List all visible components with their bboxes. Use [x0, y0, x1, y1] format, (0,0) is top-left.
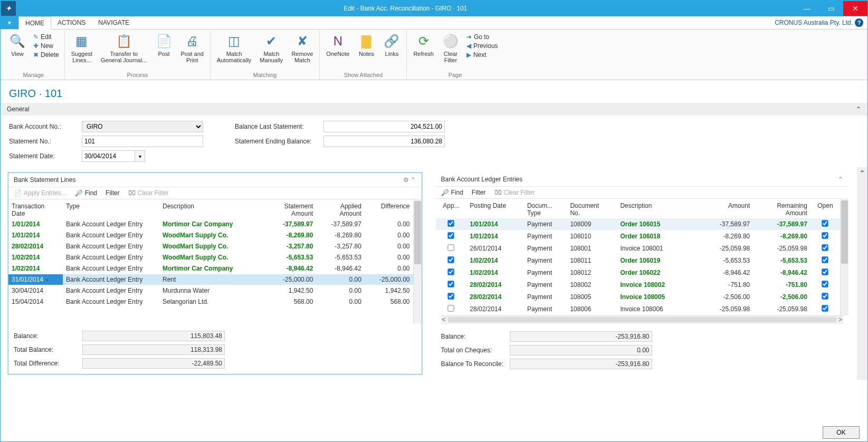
open-checkbox[interactable]: [822, 268, 828, 275]
applied-checkbox[interactable]: [448, 244, 454, 251]
table-row[interactable]: 28/02/2014Payment108006Invoice 108006 -2…: [436, 303, 841, 315]
table-row[interactable]: 1/01/2014 Bank Account Ledger EntryWoodM…: [8, 230, 413, 241]
table-row[interactable]: 31/01/2014 Bank Account Ledger EntryRent…: [8, 274, 413, 285]
table-row[interactable]: 15/04/2014 Bank Account Ledger EntrySela…: [8, 296, 413, 308]
ledger-entries-panel: Bank Account Ledger Entries ⌃ 🔎Find Filt…: [435, 172, 850, 374]
notes-button[interactable]: ▇Notes: [355, 32, 378, 58]
find-button[interactable]: 🔎Find: [75, 189, 97, 197]
remove-match-button[interactable]: ✘RemoveMatch: [288, 32, 316, 64]
previous-button[interactable]: ◀Previous: [464, 42, 500, 50]
table-row[interactable]: 1/01/2014Payment108009Order 106015 -37,5…: [436, 218, 841, 230]
table-row[interactable]: 1/02/2014Payment108012Order 106022 -8,94…: [436, 267, 841, 279]
find-button[interactable]: 🔎Find: [441, 189, 463, 196]
general-header[interactable]: General ⌃: [1, 103, 867, 116]
close-button[interactable]: ✕: [843, 1, 867, 16]
table-row[interactable]: 1/01/2014Payment108010Order 106018 -8,26…: [436, 230, 841, 243]
app-icon: ✦: [1, 1, 16, 16]
panel-title: Bank Account Ledger Entries: [441, 176, 523, 183]
applied-checkbox[interactable]: [448, 232, 454, 238]
applied-checkbox[interactable]: [448, 220, 454, 226]
statement-no-input[interactable]: [82, 136, 203, 147]
ok-button[interactable]: OK: [823, 426, 860, 439]
table-row[interactable]: 28/02/2014Payment108002Invoice 108002 -7…: [436, 279, 841, 291]
view-button[interactable]: 🔍View: [6, 32, 29, 58]
open-checkbox[interactable]: [822, 220, 828, 226]
company-label[interactable]: CRONUS Australia Pty. Ltd. ?: [770, 16, 867, 29]
post-print-button[interactable]: 🖨Post andPrint: [178, 32, 207, 64]
applied-checkbox[interactable]: [448, 281, 454, 287]
open-checkbox[interactable]: [822, 256, 828, 263]
open-checkbox[interactable]: [822, 293, 828, 299]
vertical-scrollbar[interactable]: [413, 199, 422, 323]
open-checkbox[interactable]: [822, 281, 828, 287]
minimize-button[interactable]: —: [795, 1, 819, 16]
suggest-lines-button[interactable]: ▦SuggestLines...: [68, 32, 96, 64]
applied-checkbox[interactable]: [448, 293, 454, 299]
statement-ending-balance-input[interactable]: [323, 136, 445, 147]
table-row[interactable]: 1/02/2014 Bank Account Ledger EntryWoodM…: [8, 252, 413, 263]
file-dropdown[interactable]: ▾: [1, 16, 18, 29]
tab-home[interactable]: HOME: [18, 16, 51, 30]
statement-lines-grid[interactable]: TransactionDate Type Description Stateme…: [8, 199, 413, 323]
edit-button[interactable]: ✎Edit: [31, 33, 61, 41]
clear-filter-button[interactable]: ⚪ClearFilter: [439, 32, 462, 64]
balance-reconcile-output: [510, 359, 652, 369]
maximize-button[interactable]: ▭: [819, 1, 843, 16]
collapse-icon[interactable]: ⌃: [856, 105, 861, 113]
table-row[interactable]: 28/02/2014 Bank Account Ledger EntryWood…: [8, 241, 413, 252]
panel-title: Bank Statement Lines: [14, 176, 75, 184]
table-row[interactable]: 1/02/2014 Bank Account Ledger EntryMorti…: [8, 263, 413, 274]
bank-account-no-select[interactable]: GIRO: [82, 121, 203, 132]
total-balance-output: [82, 344, 225, 355]
side-collapse[interactable]: ⌃: [857, 167, 867, 380]
delete-button[interactable]: ✖Delete: [31, 51, 61, 59]
tab-actions[interactable]: ACTIONS: [51, 16, 92, 29]
date-dropdown-icon[interactable]: ▾: [135, 150, 145, 162]
window-title: Edit - Bank Acc. Reconciliation - GIRO ·…: [16, 5, 795, 12]
table-row[interactable]: 26/01/2014Payment108001Invoice 108001 -2…: [436, 243, 841, 255]
vertical-scrollbar[interactable]: [840, 198, 848, 315]
bank-statement-lines-panel: Bank Statement Lines ⚙ ⌃ 📄Apply Entries.…: [8, 172, 422, 374]
general-body: Bank Account No.: GIRO Statement No.: St…: [1, 116, 867, 167]
new-button[interactable]: ✚New: [31, 42, 61, 50]
open-checkbox[interactable]: [822, 232, 828, 238]
table-row[interactable]: 28/02/2014Payment108005Invoice 108005 -2…: [436, 291, 841, 303]
applied-checkbox[interactable]: [448, 305, 454, 311]
ribbon-tabs: ▾ HOME ACTIONS NAVIGATE CRONUS Australia…: [1, 16, 867, 30]
ledger-balance-output: [510, 331, 652, 342]
applied-checkbox[interactable]: [448, 268, 454, 275]
open-checkbox[interactable]: [822, 244, 828, 251]
clear-filter-button-grid[interactable]: ⌧Clear Filter: [128, 189, 169, 197]
help-icon[interactable]: ?: [855, 18, 863, 27]
next-button[interactable]: ▶Next: [464, 51, 500, 59]
open-checkbox[interactable]: [822, 305, 828, 311]
ribbon: 🔍View ✎Edit ✚New ✖Delete Manage ▦Suggest…: [1, 30, 867, 80]
balance-last-statement-input[interactable]: [323, 121, 445, 132]
refresh-button[interactable]: ⟳Refresh: [410, 32, 437, 58]
ledger-entries-grid[interactable]: App... Posting Date Docum...Type Documen…: [436, 198, 841, 315]
balance-output: [82, 331, 225, 341]
post-button[interactable]: 📄Post: [152, 32, 176, 58]
onenote-button[interactable]: NOneNote: [323, 32, 352, 58]
statement-date-input[interactable]: [82, 150, 135, 162]
filter-button[interactable]: Filter: [106, 189, 120, 197]
collapse-icon[interactable]: ⌃: [838, 176, 843, 183]
total-difference-output: [82, 358, 225, 369]
apply-entries-button[interactable]: 📄Apply Entries...: [14, 189, 66, 197]
match-manual-button[interactable]: ✔MatchManually: [256, 32, 286, 64]
links-button[interactable]: 🔗Links: [380, 32, 403, 58]
transfer-journal-button[interactable]: 📋Transfer toGeneral Journal...: [98, 32, 150, 64]
table-row[interactable]: 1/01/2014 Bank Account Ledger EntryMorti…: [8, 219, 413, 230]
table-row[interactable]: 1/02/2014Payment108011Order 106019 -5,65…: [436, 255, 841, 267]
applied-checkbox[interactable]: [448, 256, 454, 263]
horizontal-scrollbar[interactable]: <>: [441, 315, 844, 324]
panel-gear-icon[interactable]: ⚙ ⌃: [403, 176, 416, 184]
title-bar: ✦ Edit - Bank Acc. Reconciliation - GIRO…: [1, 1, 867, 16]
table-row[interactable]: 30/04/2014 Bank Account Ledger EntryMurd…: [8, 285, 413, 296]
filter-button[interactable]: Filter: [472, 189, 486, 196]
clear-filter-button-grid[interactable]: ⌧Clear Filter: [494, 189, 535, 196]
match-auto-button[interactable]: ◫MatchAutomatically: [214, 32, 254, 64]
goto-button[interactable]: ➜Go to: [464, 33, 500, 41]
total-cheques-output: [510, 345, 652, 355]
tab-navigate[interactable]: NAVIGATE: [92, 16, 136, 29]
